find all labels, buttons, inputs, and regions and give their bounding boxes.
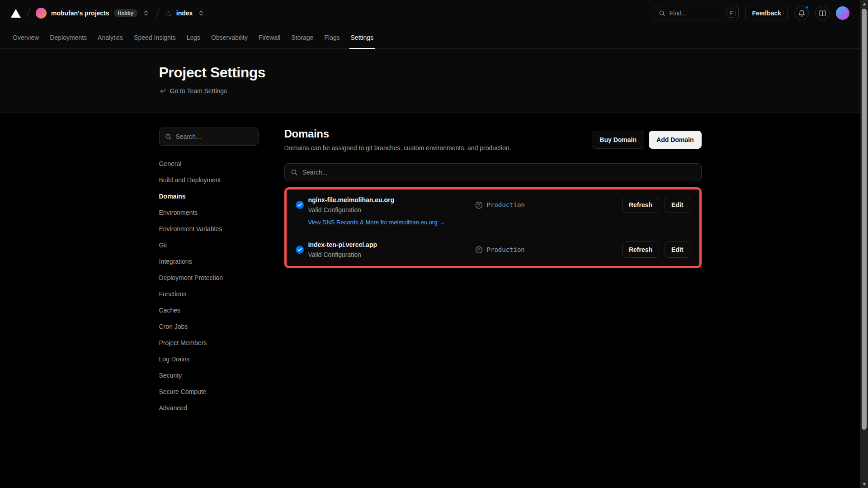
team-switcher-chevrons-icon[interactable] (142, 9, 150, 17)
buy-domain-button[interactable]: Buy Domain (592, 131, 644, 149)
find-input[interactable] (669, 9, 723, 17)
domain-actions: Refresh Edit (622, 242, 690, 258)
sidebar-item-caches[interactable]: Caches (159, 302, 259, 318)
refresh-button[interactable]: Refresh (622, 197, 659, 213)
domain-status: Valid Configuration (308, 206, 395, 213)
sidebar-item-functions[interactable]: Functions (159, 286, 259, 302)
notifications-button[interactable] (794, 6, 809, 20)
tab-analytics[interactable]: Analytics (92, 26, 128, 48)
search-icon (659, 10, 665, 17)
sidebar-item-domains[interactable]: Domains (159, 188, 259, 204)
tab-overview[interactable]: Overview (7, 26, 44, 48)
domain-environment: Production (475, 201, 622, 209)
project-tabs: Overview Deployments Analytics Speed Ins… (0, 26, 860, 49)
search-icon (291, 169, 298, 176)
domain-row: nginx-file.meimolihan.eu.org Valid Confi… (287, 190, 699, 234)
top-section: mobufan's projects Hobby index (0, 0, 860, 113)
domains-description: Domains can be assigned to git branches,… (284, 144, 511, 152)
project-icon (165, 10, 172, 16)
scrollbar-down-arrow[interactable] (860, 480, 868, 488)
sidebar-item-deployment-protection[interactable]: Deployment Protection (159, 270, 259, 286)
sidebar-item-advanced[interactable]: Advanced (159, 400, 259, 416)
edit-button[interactable]: Edit (665, 242, 690, 258)
sidebar-search-input[interactable] (176, 133, 253, 140)
hero-section: Project Settings Go to Team Settings (159, 49, 702, 113)
domain-info: nginx-file.meimolihan.eu.org Valid Confi… (296, 196, 475, 213)
production-arrow-icon (475, 201, 483, 209)
domains-search-input[interactable] (302, 169, 695, 176)
domain-row: index-ten-pi.vercel.app Valid Configurat… (287, 234, 699, 266)
search-icon (165, 133, 172, 140)
domains-title: Domains (284, 128, 511, 140)
sidebar-item-environment-variables[interactable]: Environment Variables (159, 221, 259, 237)
vercel-project-settings-page: mobufan's projects Hobby index (0, 0, 868, 488)
domain-actions: Refresh Edit (622, 197, 690, 213)
edit-button[interactable]: Edit (665, 197, 690, 213)
domain-status: Valid Configuration (308, 251, 377, 258)
sidebar-item-environments[interactable]: Environments (159, 204, 259, 221)
vercel-logo-icon[interactable] (11, 9, 21, 18)
go-to-team-settings-link[interactable]: Go to Team Settings (159, 87, 227, 95)
domains-header-titles: Domains Domains can be assigned to git b… (284, 128, 511, 152)
team-name[interactable]: mobufan's projects (51, 9, 109, 17)
tab-storage[interactable]: Storage (286, 26, 319, 48)
project-name[interactable]: index (176, 9, 193, 17)
project-switcher-chevrons-icon[interactable] (197, 9, 205, 17)
page-title: Project Settings (159, 64, 702, 81)
domain-texts: nginx-file.meimolihan.eu.org Valid Confi… (308, 196, 395, 213)
environment-label: Production (487, 201, 525, 208)
tab-firewall[interactable]: Firewall (253, 26, 286, 48)
sidebar-item-git[interactable]: Git (159, 237, 259, 253)
sidebar-item-integrations[interactable]: Integrations (159, 253, 259, 270)
domains-list: nginx-file.meimolihan.eu.org Valid Confi… (287, 190, 699, 266)
refresh-button[interactable]: Refresh (622, 242, 659, 258)
tab-settings[interactable]: Settings (345, 26, 379, 48)
domains-panel: Domains Domains can be assigned to git b… (284, 128, 702, 416)
feedback-button[interactable]: Feedback (745, 6, 788, 20)
book-icon (819, 9, 826, 17)
tab-observability[interactable]: Observability (206, 26, 253, 48)
docs-button[interactable] (815, 6, 830, 20)
domain-info: index-ten-pi.vercel.app Valid Configurat… (296, 241, 475, 258)
scrollbar-thumb[interactable] (862, 9, 867, 430)
sidebar-nav: General Build and Deployment Domains Env… (159, 156, 259, 416)
sidebar-item-log-drains[interactable]: Log Drains (159, 351, 259, 367)
production-arrow-icon (475, 246, 483, 254)
valid-check-icon (296, 201, 304, 209)
settings-sidebar: General Build and Deployment Domains Env… (159, 128, 259, 416)
highlight-outline: nginx-file.meimolihan.eu.org Valid Confi… (284, 187, 702, 268)
scrollbar-up-arrow[interactable] (860, 0, 868, 8)
breadcrumb-separator (156, 8, 159, 18)
sidebar-item-secure-compute[interactable]: Secure Compute (159, 384, 259, 400)
tab-deployments[interactable]: Deployments (44, 26, 92, 48)
tab-speed-insights[interactable]: Speed Insights (128, 26, 181, 48)
team-avatar[interactable] (36, 8, 47, 19)
domain-name: nginx-file.meimolihan.eu.org (308, 196, 395, 204)
domains-header-buttons: Buy Domain Add Domain (592, 131, 701, 149)
topbar-actions: F Feedback (654, 6, 849, 20)
tab-flags[interactable]: Flags (319, 26, 345, 48)
sidebar-search-box[interactable] (159, 128, 259, 146)
breadcrumb: mobufan's projects Hobby index (11, 8, 205, 19)
domains-search-box[interactable] (284, 163, 702, 181)
user-avatar[interactable] (836, 6, 849, 20)
tab-logs[interactable]: Logs (181, 26, 206, 48)
notification-dot (805, 5, 809, 9)
sidebar-item-general[interactable]: General (159, 156, 259, 172)
plan-badge: Hobby (114, 9, 137, 17)
sidebar-item-build-and-deployment[interactable]: Build and Deployment (159, 172, 259, 188)
settings-content: General Build and Deployment Domains Env… (159, 113, 702, 416)
find-search-box[interactable]: F (654, 6, 739, 20)
top-bar: mobufan's projects Hobby index (0, 0, 860, 26)
add-domain-button[interactable]: Add Domain (649, 131, 701, 149)
vertical-scrollbar[interactable] (860, 0, 868, 488)
go-to-team-settings-label: Go to Team Settings (170, 87, 227, 95)
sidebar-item-cron-jobs[interactable]: Cron Jobs (159, 318, 259, 335)
breadcrumb-separator (26, 8, 30, 18)
sidebar-item-project-members[interactable]: Project Members (159, 335, 259, 351)
sidebar-item-security[interactable]: Security (159, 367, 259, 384)
find-shortcut-key: F (726, 9, 736, 18)
environment-label: Production (487, 246, 525, 253)
domain-name: index-ten-pi.vercel.app (308, 241, 377, 248)
view-dns-records-link[interactable]: View DNS Records & More for meimolihan.e… (308, 219, 445, 226)
